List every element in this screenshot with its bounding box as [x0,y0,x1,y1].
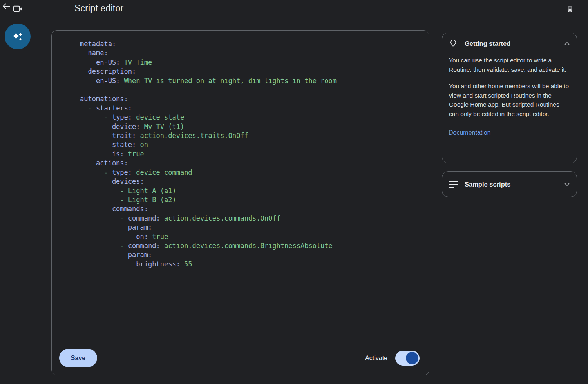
assistant-fab-button[interactable] [5,24,31,49]
sample-scripts-title: Sample scripts [465,181,510,188]
sample-scripts-card: Sample scripts [442,171,577,197]
back-button[interactable] [0,0,13,13]
getting-started-paragraph: You can use the script editor to write a… [449,56,570,74]
getting-started-card: Getting started You can use the script e… [442,33,577,163]
script-editor-panel: metadata: name: en-US: TV Time descripti… [51,30,429,375]
sample-scripts-header[interactable]: Sample scripts [449,181,570,188]
chevron-down-icon[interactable] [564,181,570,188]
list-icon [449,181,458,188]
back-arrow-icon [1,1,11,11]
getting-started-header[interactable]: Getting started [449,39,570,48]
videocam-icon [13,4,23,14]
toggle-knob [406,352,418,364]
activate-toggle[interactable] [395,351,420,366]
page-title: Script editor [74,3,123,14]
documentation-link[interactable]: Documentation [449,129,491,136]
code-content: metadata: name: en-US: TV Time descripti… [80,40,426,269]
save-button[interactable]: Save [59,349,97,367]
getting-started-paragraph: You and other home members will be able … [449,82,570,118]
lightbulb-icon [449,39,458,48]
editor-footer: Save Activate [52,341,429,375]
activate-label: Activate [365,355,387,362]
chevron-up-icon[interactable] [564,40,570,47]
sparkles-icon [10,29,25,44]
trash-icon [566,5,574,13]
getting-started-body: You can use the script editor to write a… [449,56,570,118]
getting-started-title: Getting started [465,40,510,47]
code-editor[interactable]: metadata: name: en-US: TV Time descripti… [52,31,429,341]
delete-button[interactable] [564,3,576,15]
